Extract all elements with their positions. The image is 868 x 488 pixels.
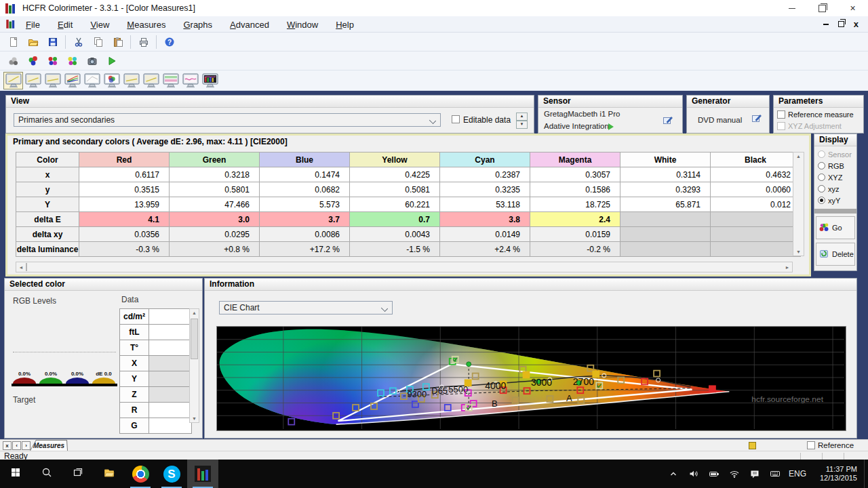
table-cell[interactable]: 0.0682: [260, 182, 350, 197]
table-cell[interactable]: -0.3 %: [79, 242, 170, 257]
scroll-down-icon[interactable]: ▼: [793, 249, 804, 254]
table-cell[interactable]: 0.2387: [440, 167, 530, 182]
table-cell[interactable]: 0.3218: [170, 167, 260, 182]
volume-icon[interactable]: [684, 460, 704, 488]
rgb-curves-view-button[interactable]: [62, 72, 82, 89]
view-selector[interactable]: Primaries and secondaries: [14, 113, 441, 127]
save-button[interactable]: [43, 33, 62, 51]
table-cell[interactable]: 0.4632: [711, 167, 801, 182]
table-cell[interactable]: 0.1474: [260, 167, 350, 182]
sensor-button[interactable]: [3, 52, 23, 70]
table-cell[interactable]: +2.4 %: [440, 242, 530, 257]
menu-item-measures[interactable]: Measures: [118, 18, 174, 32]
display-radio-xyy[interactable]: xyY: [814, 195, 856, 206]
task-view-button[interactable]: [62, 460, 94, 488]
skype-button[interactable]: S: [156, 460, 187, 488]
nearwhite-view-button[interactable]: [82, 72, 102, 89]
menu-item-help[interactable]: Help: [327, 18, 363, 32]
notifications-icon[interactable]: [745, 460, 765, 488]
table-cell[interactable]: +17.2 %: [260, 242, 350, 257]
data-vscrollbar[interactable]: ▲ ▼: [189, 308, 199, 423]
mdi-restore-button[interactable]: [838, 21, 844, 27]
menu-item-edit[interactable]: Edit: [49, 18, 81, 32]
table-cell[interactable]: 3.7: [260, 212, 350, 227]
luminance-view-button[interactable]: [3, 72, 23, 89]
scroll-down-icon[interactable]: ▼: [190, 416, 199, 421]
open-button[interactable]: [23, 33, 43, 51]
table-cell[interactable]: 0.1586: [530, 182, 620, 197]
table-cell[interactable]: 0.0356: [79, 227, 170, 242]
table-cell[interactable]: 65.871: [620, 197, 711, 212]
generator-edit-icon[interactable]: [751, 113, 762, 126]
information-selector[interactable]: CIE Chart: [219, 301, 393, 314]
table-cell[interactable]: 47.466: [170, 197, 260, 212]
paste-button[interactable]: [108, 33, 127, 51]
table-cell[interactable]: 4.1: [79, 212, 170, 227]
measures-tab[interactable]: Measures: [30, 440, 68, 451]
copy-button[interactable]: [88, 33, 108, 51]
table-cell[interactable]: [711, 227, 801, 242]
reference-checkbox[interactable]: [807, 441, 815, 449]
data-row-value[interactable]: [149, 371, 192, 387]
tab-close-button[interactable]: x: [3, 441, 12, 450]
data-row-value[interactable]: [149, 387, 192, 403]
editable-data-checkbox[interactable]: [452, 115, 460, 123]
table-cell[interactable]: 0.3515: [79, 182, 170, 197]
table-cell[interactable]: [711, 242, 801, 257]
print-button[interactable]: [134, 33, 153, 51]
sensor-edit-icon[interactable]: [663, 115, 673, 128]
menu-item-window[interactable]: Window: [278, 18, 327, 32]
table-cell[interactable]: 0.0060: [711, 182, 801, 197]
data-row-value[interactable]: [149, 325, 192, 340]
table-cell[interactable]: 0.0086: [260, 227, 350, 242]
scroll-right-icon[interactable]: ►: [784, 265, 791, 270]
table-cell[interactable]: 0.4225: [350, 167, 440, 182]
table-cell[interactable]: 13.959: [79, 197, 170, 212]
table-vscrollbar[interactable]: ▲ ▼: [793, 152, 804, 256]
free-measures-view-button[interactable]: [200, 72, 220, 89]
file-explorer-button[interactable]: [94, 460, 125, 488]
table-cell[interactable]: 5.573: [260, 197, 350, 212]
table-cell[interactable]: 3.0: [170, 212, 260, 227]
spinner-down-icon[interactable]: ▼: [516, 121, 528, 129]
scroll-up-icon[interactable]: ▲: [190, 310, 199, 315]
scroll-left-icon[interactable]: ◄: [18, 265, 24, 270]
data-row-value[interactable]: [149, 356, 192, 371]
table-cell[interactable]: +0.8 %: [170, 242, 260, 257]
data-row-value[interactable]: [149, 340, 192, 356]
table-cell[interactable]: -0.2 %: [530, 242, 620, 257]
show-desktop-button[interactable]: [864, 460, 868, 488]
hcfr-taskbar-button[interactable]: [187, 460, 218, 488]
table-cell[interactable]: 0.5081: [350, 182, 440, 197]
new-button[interactable]: [3, 33, 23, 51]
help-button[interactable]: ?: [159, 33, 179, 51]
table-cell[interactable]: 0.3057: [530, 167, 620, 182]
table-cell[interactable]: 0.0295: [170, 227, 260, 242]
menu-item-graphs[interactable]: Graphs: [174, 18, 221, 32]
clock[interactable]: 11:37 PM 12/13/2015: [810, 465, 857, 483]
table-cell[interactable]: 60.221: [350, 197, 440, 212]
table-cell[interactable]: [620, 227, 711, 242]
language-indicator[interactable]: ENG: [785, 469, 810, 479]
table-cell[interactable]: 0.0159: [530, 227, 620, 242]
go-button[interactable]: Go: [816, 216, 855, 239]
reference-measure-checkbox[interactable]: [777, 110, 785, 119]
table-cell[interactable]: 0.3293: [620, 182, 711, 197]
display-radio-rgb[interactable]: RGB: [814, 160, 856, 171]
snapshot-button[interactable]: [82, 52, 102, 70]
table-cell[interactable]: [620, 212, 711, 227]
table-cell[interactable]: 53.118: [440, 197, 530, 212]
history-view-button[interactable]: [180, 72, 200, 89]
start-button[interactable]: [0, 460, 31, 488]
menu-item-view[interactable]: View: [81, 18, 118, 32]
data-row-value[interactable]: [149, 309, 192, 325]
saturation-view-button[interactable]: [161, 72, 180, 89]
delete-button[interactable]: Delete: [816, 243, 855, 266]
colortemp-view-button[interactable]: [121, 72, 141, 89]
table-hscrollbar[interactable]: ◄ ►: [16, 262, 793, 272]
display-radio-xyz[interactable]: XYZ: [814, 171, 856, 183]
data-row-value[interactable]: [149, 418, 192, 434]
spinner-up-icon[interactable]: ▲: [516, 113, 528, 121]
restore-button[interactable]: [807, 0, 837, 16]
grayscale-button[interactable]: [23, 52, 43, 70]
